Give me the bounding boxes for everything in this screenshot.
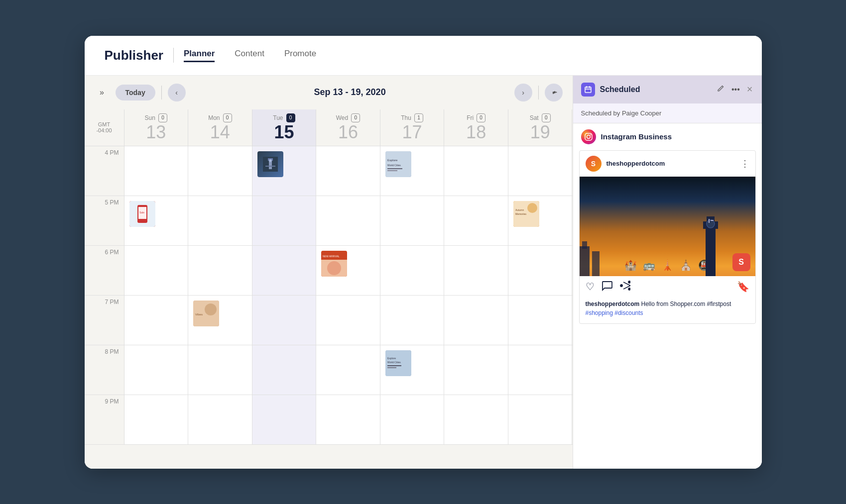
bookmark-button[interactable]: 🔖 bbox=[737, 281, 749, 293]
post-explore[interactable]: Explore World Cities bbox=[385, 151, 411, 177]
cell-fri-6pm bbox=[444, 246, 508, 295]
tab-promote[interactable]: Promote bbox=[284, 49, 316, 62]
svg-rect-45 bbox=[592, 251, 600, 276]
svg-point-3 bbox=[269, 159, 272, 162]
ig-card: Instagram Business S theshopperdotcom ⋮ bbox=[573, 123, 762, 469]
next-week-button[interactable]: › bbox=[514, 84, 532, 101]
time-row-5pm: 5 PM Sale bbox=[85, 196, 573, 246]
cell-sat-8pm bbox=[508, 345, 573, 395]
svg-rect-34 bbox=[585, 133, 592, 140]
ig-account-header: Instagram Business bbox=[573, 123, 762, 150]
date-range-label: Sep 13 - 19, 2020 bbox=[192, 87, 508, 98]
like-button[interactable]: ♡ bbox=[586, 281, 595, 293]
tab-planner[interactable]: Planner bbox=[184, 49, 215, 62]
collapse-button[interactable]: » bbox=[95, 85, 110, 100]
app-title: Publisher bbox=[105, 48, 163, 63]
day-header-wed: Wed 0 16 bbox=[316, 109, 380, 146]
cell-thu-7pm bbox=[380, 296, 445, 345]
post-explore2[interactable]: Explore World Cities bbox=[385, 350, 411, 376]
prev-week-button[interactable]: ‹ bbox=[168, 84, 186, 101]
ig-more-button[interactable]: ⋮ bbox=[740, 158, 749, 169]
svg-rect-30 bbox=[585, 87, 591, 93]
calendar-header-row: GMT -04:00 Sun 0 13 Mon bbox=[85, 109, 573, 147]
svg-rect-41 bbox=[709, 219, 710, 223]
post-memories[interactable]: Autumn Memories bbox=[513, 201, 539, 227]
svg-rect-28 bbox=[387, 365, 401, 366]
instagram-icon bbox=[581, 129, 596, 144]
cell-tue-5pm bbox=[252, 196, 317, 245]
day-badge-sat: 0 bbox=[542, 113, 551, 122]
svg-rect-29 bbox=[387, 367, 396, 368]
panel-header: Scheduled ••• × bbox=[573, 76, 762, 103]
comment-button[interactable] bbox=[602, 280, 612, 294]
post-phone[interactable]: Sale bbox=[129, 201, 155, 227]
app-container: Publisher Planner Content Promote » Toda… bbox=[85, 36, 762, 469]
day-number-sat: 19 bbox=[530, 122, 550, 142]
day-header-fri: Fri 0 18 bbox=[444, 109, 508, 146]
ig-post-image: 🏰 🚌 🗼 ⛪ 🚇 S bbox=[580, 177, 755, 276]
post-vibes[interactable]: Vibes bbox=[193, 301, 219, 326]
main-content: » Today ‹ Sep 13 - 19, 2020 › GMT bbox=[85, 76, 762, 469]
day-header-mon: Mon 0 14 bbox=[188, 109, 252, 146]
cell-mon-9pm bbox=[188, 395, 252, 444]
time-row-6pm: 6 PM NEW ARRIVAL bbox=[85, 246, 573, 296]
settings-button[interactable] bbox=[545, 84, 563, 101]
day-badge-tue: 0 bbox=[286, 113, 295, 122]
time-label-6pm: 6 PM bbox=[85, 246, 124, 295]
ig-post-card: S theshopperdotcom ⋮ bbox=[579, 150, 756, 324]
ig-post-header: S theshopperdotcom ⋮ bbox=[580, 151, 755, 177]
more-options-button[interactable]: ••• bbox=[730, 84, 741, 95]
svg-text:NEW ARRIVAL: NEW ARRIVAL bbox=[323, 255, 340, 258]
post-london[interactable] bbox=[257, 151, 283, 177]
panel-title: Scheduled bbox=[600, 85, 716, 94]
cell-sun-7pm bbox=[124, 296, 189, 345]
calendar-section: » Today ‹ Sep 13 - 19, 2020 › GMT bbox=[85, 76, 573, 469]
cell-sun-8pm bbox=[124, 345, 189, 395]
edit-button[interactable] bbox=[716, 84, 725, 96]
close-button[interactable]: × bbox=[746, 83, 754, 96]
gmt-cell: GMT -04:00 bbox=[85, 109, 124, 146]
ig-caption-username: theshopperdotcom bbox=[586, 301, 640, 307]
svg-point-49 bbox=[628, 281, 630, 283]
cell-wed-8pm bbox=[316, 345, 380, 395]
cell-tue-7pm bbox=[252, 296, 317, 345]
cell-tue-4pm bbox=[252, 146, 317, 196]
calendar-grid: GMT -04:00 Sun 0 13 Mon bbox=[85, 109, 573, 469]
day-number-sun: 13 bbox=[146, 122, 166, 142]
cell-tue-8pm bbox=[252, 345, 317, 395]
day-header-thu: Thu 1 17 bbox=[380, 109, 445, 146]
cell-fri-7pm bbox=[444, 296, 508, 345]
cell-sat-4pm bbox=[508, 146, 573, 196]
svg-rect-9 bbox=[387, 170, 397, 171]
cell-sun-6pm bbox=[124, 246, 189, 295]
time-row-8pm: 8 PM Explore World Cities bbox=[85, 345, 573, 395]
svg-rect-42 bbox=[711, 220, 714, 221]
day-header-sat: Sat 0 19 bbox=[508, 109, 573, 146]
cell-mon-4pm bbox=[188, 146, 252, 196]
day-badge-wed: 0 bbox=[351, 113, 360, 122]
day-number-mon: 14 bbox=[210, 122, 230, 142]
svg-point-48 bbox=[620, 285, 622, 287]
tab-content[interactable]: Content bbox=[235, 49, 264, 62]
svg-point-24 bbox=[205, 303, 217, 315]
svg-text:Explore: Explore bbox=[387, 159, 398, 162]
cell-wed-5pm bbox=[316, 196, 380, 245]
svg-point-21 bbox=[327, 261, 341, 275]
cell-thu-5pm bbox=[380, 196, 445, 245]
day-number-tue: 15 bbox=[274, 122, 294, 142]
post-newarrival[interactable]: NEW ARRIVAL bbox=[321, 251, 347, 277]
time-label-4pm: 4 PM bbox=[85, 146, 124, 196]
time-label-9pm: 9 PM bbox=[85, 395, 124, 444]
panel-actions: ••• × bbox=[716, 83, 754, 96]
cell-tue-6pm bbox=[252, 246, 317, 295]
svg-rect-44 bbox=[582, 241, 587, 249]
share-button[interactable] bbox=[619, 280, 630, 294]
svg-point-40 bbox=[707, 220, 715, 228]
today-button[interactable]: Today bbox=[116, 85, 155, 101]
cell-thu-4pm: Explore World Cities bbox=[380, 146, 445, 196]
time-label-5pm: 5 PM bbox=[85, 196, 124, 245]
cell-wed-4pm bbox=[316, 146, 380, 196]
cell-sun-4pm bbox=[124, 146, 189, 196]
time-row-4pm: 4 PM bbox=[85, 146, 573, 196]
cell-fri-5pm bbox=[444, 196, 508, 245]
